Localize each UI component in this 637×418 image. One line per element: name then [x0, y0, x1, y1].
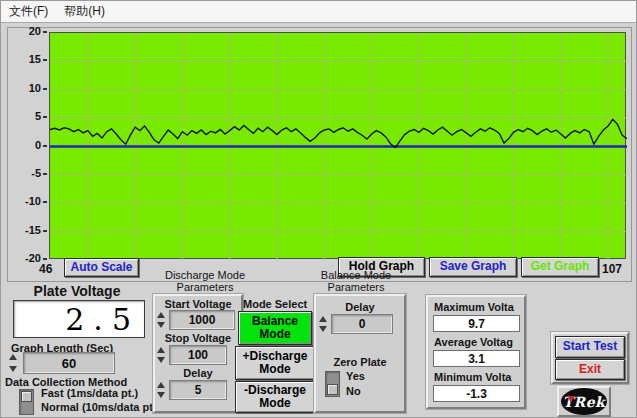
get-graph-button[interactable]: Get Graph — [521, 257, 599, 277]
y-tick-label: -5 — [7, 167, 41, 179]
step-up-icon[interactable] — [157, 382, 165, 388]
menu-file[interactable]: 文件(F) — [1, 0, 56, 23]
mode-select-label: Mode Select — [243, 298, 323, 310]
plate-voltage-trace — [50, 119, 627, 147]
y-tick-label: 10 — [7, 82, 41, 94]
y-tick-mark — [43, 258, 47, 260]
step-up-icon[interactable] — [157, 347, 165, 353]
stop-voltage-stepper[interactable] — [157, 347, 167, 363]
y-tick-label: 20 — [7, 25, 41, 37]
maximum-voltage-label: Maximum Volta — [434, 301, 526, 313]
graph-length-stepper[interactable] — [9, 354, 19, 372]
exit-button[interactable]: Exit — [555, 359, 625, 380]
y-tick-mark — [43, 59, 47, 61]
balance-mode-button[interactable]: Balance Mode — [238, 311, 312, 345]
y-tick-label: 5 — [7, 110, 41, 122]
y-tick-mark — [43, 201, 47, 203]
x-axis-min-label: 46 — [39, 262, 52, 276]
voltage-stats-panel: Maximum Volta 9.7 Average Voltag 3.1 Min… — [426, 295, 526, 409]
step-down-icon[interactable] — [157, 322, 165, 328]
maximum-voltage-value: 9.7 — [433, 315, 520, 332]
switch-knob[interactable] — [327, 384, 338, 395]
discharge-title-line1: Discharge Mode — [149, 269, 261, 281]
y-tick-mark — [43, 145, 47, 147]
voltage-chart — [49, 32, 626, 259]
y-tick-mark — [43, 116, 47, 118]
minus-discharge-mode-button[interactable]: -Discharge Mode — [235, 381, 315, 413]
data-collection-option-normal[interactable]: Normal (10ms/data pt.) — [41, 401, 160, 413]
y-tick-mark — [43, 230, 47, 232]
data-collection-switch[interactable] — [19, 389, 34, 415]
y-tick-label: -20 — [7, 252, 41, 264]
auto-scale-button[interactable]: Auto Scale — [64, 258, 139, 277]
discharge-title-line2: Parameters — [149, 281, 261, 293]
stop-voltage-label: Stop Voltage — [153, 332, 243, 344]
step-up-icon[interactable] — [157, 312, 165, 318]
balance-title-line1: Balance Mode — [304, 269, 408, 281]
balance-delay-value[interactable]: 0 — [331, 314, 393, 334]
discharge-delay-value[interactable]: 5 — [169, 380, 227, 400]
step-down-icon[interactable] — [9, 366, 17, 372]
y-tick-label: -15 — [7, 224, 41, 236]
y-tick-label: -10 — [7, 195, 41, 207]
average-voltage-label: Average Voltag — [434, 336, 526, 348]
step-down-icon[interactable] — [157, 392, 165, 398]
zero-plate-label: Zero Plate — [314, 356, 406, 368]
plate-voltage-display: 2.5 — [13, 300, 145, 338]
start-voltage-value[interactable]: 1000 — [169, 310, 235, 330]
average-voltage-value: 3.1 — [433, 350, 520, 367]
y-tick-label: 15 — [7, 53, 41, 65]
app-window: 文件(F) 帮助(H) 46 107 Auto Scale Hold Graph… — [0, 0, 637, 418]
balance-mode-button-line2: Mode — [259, 328, 290, 341]
graph-length-value[interactable]: 60 — [23, 352, 115, 374]
discharge-delay-label: Delay — [153, 367, 243, 379]
minimum-voltage-label: Minimum Volta — [434, 371, 526, 383]
balance-delay-stepper[interactable] — [319, 316, 329, 332]
start-voltage-stepper[interactable] — [157, 312, 167, 328]
trek-logo-oval: TRek — [561, 388, 607, 415]
plus-discharge-mode-button[interactable]: +Discharge Mode — [235, 346, 315, 380]
plate-voltage-label: Plate Voltage — [11, 283, 143, 299]
step-up-icon[interactable] — [9, 354, 17, 360]
step-up-icon[interactable] — [319, 316, 327, 322]
zero-plate-option-yes[interactable]: Yes — [346, 370, 365, 382]
balance-title-line2: Parameters — [304, 281, 408, 293]
discharge-delay-stepper[interactable] — [157, 382, 167, 398]
y-tick-mark — [43, 31, 47, 33]
switch-knob[interactable] — [21, 391, 32, 402]
x-axis-max-label: 107 — [602, 262, 622, 276]
zero-plate-switch[interactable] — [325, 371, 340, 397]
action-buttons-panel: Start Test Exit — [551, 332, 629, 384]
plus-discharge-button-line2: Mode — [259, 363, 290, 376]
plot-svg — [50, 33, 627, 260]
save-graph-button[interactable]: Save Graph — [429, 257, 517, 277]
y-tick-mark — [43, 88, 47, 90]
menu-bar: 文件(F) 帮助(H) — [1, 1, 637, 23]
start-test-button[interactable]: Start Test — [555, 336, 625, 358]
start-voltage-label: Start Voltage — [153, 298, 243, 310]
trek-logo: TRek — [557, 386, 611, 417]
menu-help[interactable]: 帮助(H) — [56, 0, 113, 23]
step-down-icon[interactable] — [157, 357, 165, 363]
y-tick-label: 0 — [7, 139, 41, 151]
stop-voltage-value[interactable]: 100 — [169, 345, 227, 365]
y-tick-mark — [43, 173, 47, 175]
balance-delay-label: Delay — [314, 301, 406, 313]
zero-plate-option-no[interactable]: No — [346, 385, 361, 397]
data-collection-option-fast[interactable]: Fast (1ms/data pt.) — [41, 387, 138, 399]
minimum-voltage-value: -1.3 — [433, 385, 520, 402]
minus-discharge-button-line2: Mode — [259, 397, 290, 410]
step-down-icon[interactable] — [319, 326, 327, 332]
